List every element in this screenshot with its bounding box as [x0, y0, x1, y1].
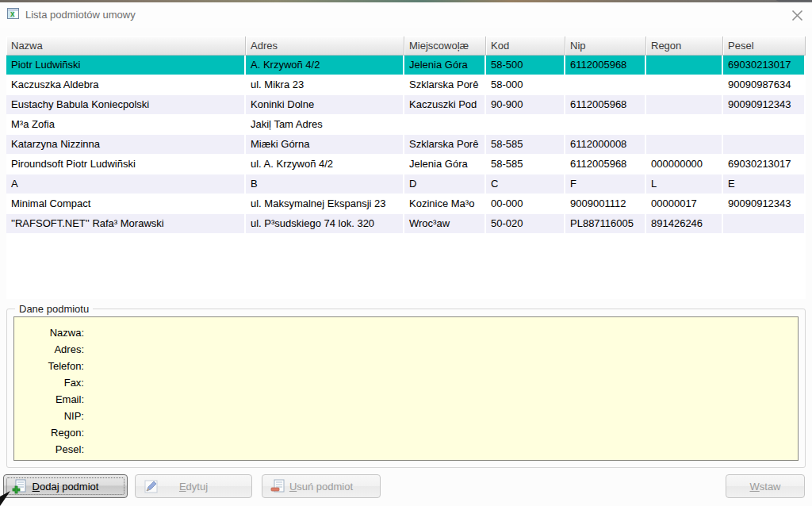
detail-field-label: NIP:	[14, 408, 84, 424]
table-cell[interactable]	[723, 214, 806, 234]
table-cell[interactable]: 6112005968	[565, 155, 646, 174]
table-cell[interactable]	[646, 56, 723, 75]
table-body[interactable]: Piotr LudwiñskiA. Krzywoñ 4/2Jelenia Gór…	[6, 56, 806, 299]
table-cell[interactable]: Kozinice Ma³o	[404, 194, 486, 214]
table-cell[interactable]	[565, 115, 646, 135]
table-cell[interactable]: 69030213017	[723, 56, 806, 75]
table-row[interactable]: Katarzyna NizzinnaMiæki GórnaSzklarska P…	[6, 135, 806, 155]
table-cell[interactable]: 58-000	[486, 75, 565, 95]
table-cell[interactable]: 891426246	[646, 214, 723, 234]
remove-entity-button[interactable]: Usuń podmiot	[262, 474, 381, 498]
table-cell[interactable]: 00000017	[646, 194, 723, 214]
remove-entity-label: Usuń podmiot	[262, 475, 380, 497]
detail-field-label: Regon:	[14, 424, 84, 441]
table-row[interactable]: ''RAFSOFT.NET'' Rafa³ Morawskiul. P³suds…	[6, 214, 806, 234]
detail-field-label: Fax:	[14, 374, 84, 391]
table-cell[interactable]: L	[646, 174, 723, 194]
close-button[interactable]	[787, 6, 806, 25]
table-cell[interactable]: 58-585	[486, 155, 565, 174]
table-cell[interactable]: Jakiļ Tam Adres	[246, 115, 404, 135]
table-cell[interactable]	[565, 75, 646, 95]
table-cell[interactable]: 000000000	[646, 155, 723, 174]
table-cell[interactable]: Miæki Górna	[246, 135, 404, 155]
detail-field-label: Nazwa:	[14, 324, 84, 341]
table-row[interactable]: Kaczuszka Aldebraul. Mikra 23Szklarska P…	[6, 75, 806, 95]
table-cell[interactable]: A	[6, 174, 246, 194]
insert-label: Wstaw	[726, 475, 804, 497]
table-cell[interactable]: Piroundsoft Piotr Ludwiñski	[6, 155, 246, 174]
add-entity-button[interactable]: Dodaj podmiot	[3, 474, 128, 498]
table-cell[interactable]: E	[723, 174, 806, 194]
column-header[interactable]: Kod	[486, 36, 565, 55]
table-cell[interactable]: 90090912343	[723, 95, 806, 115]
table-cell[interactable]: Szklarska Porê	[404, 135, 486, 155]
table-cell[interactable]: 50-020	[486, 214, 565, 234]
table-cell[interactable]: Eustachy Babula Koniecpolski	[6, 95, 246, 115]
column-header[interactable]: Nazwa	[6, 36, 246, 55]
table-cell[interactable]	[646, 135, 723, 155]
table-cell[interactable]: F	[565, 174, 646, 194]
app-icon: x	[7, 8, 19, 19]
column-header[interactable]: Nip	[565, 36, 646, 55]
groupbox-legend: Dane podmiotu	[15, 303, 93, 315]
table-header: NazwaAdresMiejscowoļæKodNipRegonPesel	[6, 36, 806, 56]
table-cell[interactable]	[723, 135, 806, 155]
table-cell[interactable]	[404, 115, 486, 135]
table-cell[interactable]: Katarzyna Nizzinna	[6, 135, 246, 155]
table-cell[interactable]: Kaczuszka Aldebra	[6, 75, 246, 95]
insert-button[interactable]: Wstaw	[726, 474, 805, 498]
window-title: Lista podmiotów umowy	[25, 9, 136, 21]
table-cell[interactable]: Jelenia Góra	[404, 155, 486, 174]
table-cell[interactable]: 6112000008	[565, 135, 646, 155]
table-cell[interactable]: 90090987634	[723, 75, 806, 95]
table-cell[interactable]: Szklarska Porê	[404, 75, 486, 95]
table-cell[interactable]: C	[486, 174, 565, 194]
table-cell[interactable]: 58-585	[486, 135, 565, 155]
table-row[interactable]: M³a ZofiaJakiļ Tam Adres	[6, 115, 806, 135]
table-cell[interactable]: 6112005968	[565, 56, 646, 75]
mouse-cursor	[0, 490, 13, 506]
table-cell[interactable]: D	[404, 174, 486, 194]
column-header[interactable]: Pesel	[723, 36, 806, 55]
table-cell[interactable]: 90090912343	[723, 194, 806, 214]
table-cell[interactable]: Minimal Compact	[6, 194, 246, 214]
table-cell[interactable]: 90-900	[486, 95, 565, 115]
edit-entity-button[interactable]: Edytuj	[135, 474, 252, 498]
table-cell[interactable]	[646, 115, 723, 135]
table-cell[interactable]	[646, 75, 723, 95]
document-plus-icon	[12, 479, 27, 494]
column-header[interactable]: Miejscowoļæ	[404, 36, 486, 55]
table-row[interactable]: Piotr LudwiñskiA. Krzywoñ 4/2Jelenia Gór…	[6, 56, 806, 75]
table-row[interactable]: Eustachy Babula KoniecpolskiKoninki Doln…	[6, 95, 806, 115]
table-cell[interactable]: ''RAFSOFT.NET'' Rafa³ Morawski	[6, 214, 246, 234]
table-cell[interactable]: Jelenia Góra	[404, 56, 486, 75]
table-cell[interactable]: ul. P³sudskiego 74 lok. 320	[246, 214, 404, 234]
table-row[interactable]: Minimal Compactul. Maksymalnej Ekspansji…	[6, 194, 806, 214]
table-cell[interactable]: 69030213017	[723, 155, 806, 174]
add-entity-label: Dodaj podmiot	[4, 475, 127, 497]
table-cell[interactable]: B	[246, 174, 404, 194]
detail-field-label: Pesel:	[14, 441, 84, 458]
table-row[interactable]: ABDCFLE	[6, 174, 806, 194]
details-panel: Nazwa:Adres:Telefon:Fax:Email:NIP:Regon:…	[13, 316, 799, 461]
table-cell[interactable]: 58-500	[486, 56, 565, 75]
table-cell[interactable]	[723, 115, 806, 135]
table-cell[interactable]: M³a Zofia	[6, 115, 246, 135]
table-cell[interactable]: 6112005968	[565, 95, 646, 115]
table-cell[interactable]: Koninki Dolne	[246, 95, 404, 115]
table-cell[interactable]: PL887116005	[565, 214, 646, 234]
table-cell[interactable]: ul. Maksymalnej Ekspansji 23	[246, 194, 404, 214]
column-header[interactable]: Regon	[646, 36, 723, 55]
table-cell[interactable]: A. Krzywoñ 4/2	[246, 56, 404, 75]
table-cell[interactable]: Piotr Ludwiñski	[6, 56, 246, 75]
table-cell[interactable]: Kaczuszki Pod	[404, 95, 486, 115]
table-cell[interactable]: ul. A. Krzywoñ 4/2	[246, 155, 404, 174]
column-header[interactable]: Adres	[246, 36, 404, 55]
table-cell[interactable]: Wroc³aw	[404, 214, 486, 234]
table-cell[interactable]: ul. Mikra 23	[246, 75, 404, 95]
table-cell[interactable]: 00-000	[486, 194, 565, 214]
table-cell[interactable]	[486, 115, 565, 135]
table-cell[interactable]: 9009001112	[565, 194, 646, 214]
table-row[interactable]: Piroundsoft Piotr Ludwiñskiul. A. Krzywo…	[6, 155, 806, 174]
table-cell[interactable]	[646, 95, 723, 115]
